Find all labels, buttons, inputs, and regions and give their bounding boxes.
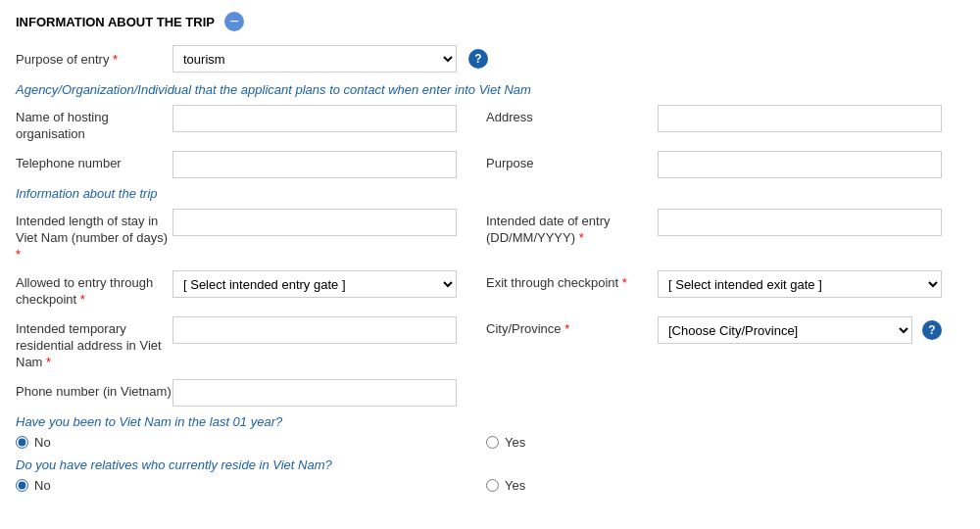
hosting-org-label: Name of hosting organisation bbox=[16, 105, 172, 143]
exit-checkpoint-label: Exit through checkpoint * bbox=[486, 270, 658, 292]
city-province-label: City/Province * bbox=[486, 316, 658, 338]
phone-vietnam-input[interactable] bbox=[172, 379, 457, 407]
required-star-entry: * bbox=[80, 292, 85, 307]
telephone-input-col bbox=[172, 151, 457, 178]
address-label: Address bbox=[486, 105, 658, 126]
relatives-question: Do you have relatives who currently resi… bbox=[16, 457, 964, 472]
relatives-no-group: No bbox=[16, 478, 486, 493]
relatives-yes-radio[interactable] bbox=[486, 479, 499, 492]
been-vietnam-yes-label: Yes bbox=[505, 435, 525, 450]
required-star: * bbox=[113, 52, 118, 67]
required-star-date: * bbox=[579, 230, 584, 245]
entry-checkpoint-select[interactable]: [ Select intended entry gate ] bbox=[172, 270, 457, 298]
telephone-label: Telephone number bbox=[16, 151, 172, 172]
entry-checkpoint-label: Allowed to entry through checkpoint * bbox=[16, 270, 172, 309]
purpose-select[interactable]: tourism business study work other bbox=[172, 45, 457, 72]
relatives-no-radio[interactable] bbox=[16, 479, 28, 492]
required-star-length: * bbox=[16, 247, 21, 262]
date-entry-input[interactable]: 16/07/2024 bbox=[658, 209, 942, 236]
temp-address-row: Intended temporary residential address i… bbox=[16, 316, 964, 371]
phone-vietnam-input-col bbox=[172, 379, 457, 407]
been-vietnam-yes-radio[interactable] bbox=[486, 436, 499, 449]
telephone-input[interactable] bbox=[172, 151, 457, 178]
relatives-yes-group: Yes bbox=[486, 478, 525, 493]
collapse-button[interactable] bbox=[224, 12, 244, 31]
been-vietnam-no-group: No bbox=[16, 435, 486, 450]
exit-checkpoint-section: Exit through checkpoint * [ Select inten… bbox=[486, 270, 964, 298]
length-stay-input[interactable]: 30 bbox=[172, 209, 457, 236]
hosting-org-input[interactable] bbox=[172, 105, 457, 132]
been-to-vietnam-question: Have you been to Viet Nam in the last 01… bbox=[16, 414, 964, 429]
required-star-exit: * bbox=[622, 275, 627, 290]
date-entry-section: Intended date of entry (DD/MM/YYYY) * 16… bbox=[486, 209, 964, 247]
been-vietnam-no-label: No bbox=[34, 435, 51, 450]
date-entry-input-col: 16/07/2024 bbox=[658, 209, 942, 236]
temp-address-label: Intended temporary residential address i… bbox=[16, 316, 172, 371]
been-to-vietnam-row: No Yes bbox=[16, 435, 964, 450]
city-province-help-icon[interactable]: ? bbox=[922, 320, 942, 340]
purpose-field-section: Purpose bbox=[486, 151, 964, 178]
relatives-no-label: No bbox=[34, 478, 51, 493]
entry-checkpoint-select-col: [ Select intended entry gate ] bbox=[172, 270, 457, 298]
length-stay-label: Intended length of stay in Viet Nam (num… bbox=[16, 209, 172, 264]
temp-address-input[interactable] bbox=[172, 316, 457, 344]
purpose-label: Purpose of entry * bbox=[16, 52, 172, 67]
exit-checkpoint-select-col: [ Select intended exit gate ] bbox=[658, 270, 942, 298]
phone-vietnam-row: Phone number (in Vietnam) bbox=[16, 379, 964, 407]
section-title: INFORMATION ABOUT THE TRIP bbox=[16, 15, 215, 29]
section-header: INFORMATION ABOUT THE TRIP bbox=[16, 12, 964, 31]
address-input-col bbox=[658, 105, 942, 132]
been-vietnam-yes-group: Yes bbox=[486, 435, 525, 450]
purpose-field-label: Purpose bbox=[486, 151, 658, 172]
been-vietnam-no-radio[interactable] bbox=[16, 436, 28, 449]
info-trip-label: Information about the trip bbox=[16, 186, 964, 201]
relatives-row: No Yes bbox=[16, 478, 964, 493]
purpose-help-icon[interactable]: ? bbox=[468, 49, 488, 69]
city-province-input-col: [Choose City/Province] ? bbox=[658, 316, 942, 344]
required-star-city: * bbox=[564, 321, 569, 336]
exit-checkpoint-select[interactable]: [ Select intended exit gate ] bbox=[658, 270, 942, 298]
date-entry-label: Intended date of entry (DD/MM/YYYY) * bbox=[486, 209, 658, 247]
address-section: Address bbox=[486, 105, 964, 132]
hosting-org-input-col bbox=[172, 105, 457, 132]
agency-label: Agency/Organization/Individual that the … bbox=[16, 82, 964, 97]
required-star-temp: * bbox=[46, 355, 51, 369]
purpose-field-input-col bbox=[658, 151, 942, 178]
purpose-of-entry-row: Purpose of entry * tourism business stud… bbox=[16, 45, 964, 72]
phone-vietnam-label: Phone number (in Vietnam) bbox=[16, 379, 172, 401]
city-province-select[interactable]: [Choose City/Province] bbox=[658, 316, 912, 344]
purpose-field-input[interactable] bbox=[658, 151, 942, 178]
relatives-yes-label: Yes bbox=[505, 478, 525, 493]
entry-checkpoint-row: Allowed to entry through checkpoint * [ … bbox=[16, 270, 964, 309]
address-input[interactable] bbox=[658, 105, 942, 132]
city-province-section: City/Province * [Choose City/Province] ? bbox=[486, 316, 964, 344]
hosting-org-row: Name of hosting organisation Address bbox=[16, 105, 964, 143]
temp-address-input-col bbox=[172, 316, 457, 344]
length-stay-row: Intended length of stay in Viet Nam (num… bbox=[16, 209, 964, 264]
purpose-select-wrap: tourism business study work other ? bbox=[172, 45, 488, 72]
length-stay-input-col: 30 bbox=[172, 209, 457, 236]
telephone-row: Telephone number Purpose bbox=[16, 151, 964, 178]
